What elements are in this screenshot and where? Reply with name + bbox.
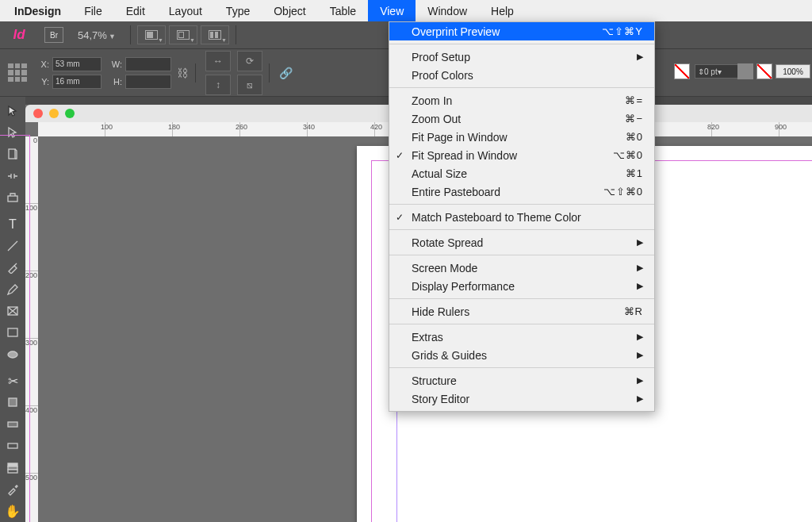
y-label: Y:	[36, 77, 49, 86]
constrain-link-icon[interactable]: ⛓	[174, 57, 190, 89]
menu-screen-mode[interactable]: Screen Mode ▶	[389, 259, 654, 277]
stroke-weight-value: 0 pt	[704, 67, 718, 76]
stroke-weight-input[interactable]: ⇕ 0 pt ▾	[695, 64, 741, 79]
menu-extras[interactable]: Extras ▶	[389, 328, 654, 346]
menu-type[interactable]: Type	[214, 0, 262, 21]
menu-fit-spread[interactable]: ✓ Fit Spread in Window ⌥⌘0	[389, 146, 654, 164]
menu-item-label: Proof Setup	[412, 51, 470, 63]
menu-shortcut: ⌘R	[624, 305, 643, 317]
menu-window[interactable]: Window	[416, 0, 479, 21]
separator	[195, 63, 196, 83]
menu-hide-rulers[interactable]: Hide Rulers ⌘R	[389, 302, 654, 320]
w-input[interactable]	[125, 57, 171, 71]
menu-grids-guides[interactable]: Grids & Guides ▶	[389, 346, 654, 364]
opacity-controls: 100%	[737, 48, 812, 95]
zoom-level[interactable]: 54,7%▼	[78, 29, 125, 41]
menu-item-label: Screen Mode	[412, 262, 477, 274]
rotate-button[interactable]: ⟳	[237, 51, 262, 71]
menu-rotate-spread[interactable]: Rotate Spread ▶	[389, 233, 654, 251]
menu-view[interactable]: View	[368, 0, 416, 21]
h-input[interactable]	[125, 75, 171, 89]
menu-separator	[389, 324, 654, 324]
menu-shortcut: ⌥⌘0	[613, 149, 643, 161]
bridge-button[interactable]: Br	[44, 27, 63, 43]
reference-point-icon[interactable]	[8, 63, 27, 83]
submenu-arrow-icon: ▶	[637, 52, 643, 62]
menu-separator	[389, 367, 654, 368]
menu-layout[interactable]: Layout	[157, 0, 214, 21]
menu-item-label: Overprint Preview	[412, 25, 500, 38]
bleed-guide	[0, 135, 30, 522]
menu-shortcut: ⌥⇧⌘0	[603, 186, 643, 198]
traffic-lights	[33, 105, 75, 122]
checkmark-icon: ✓	[396, 212, 404, 223]
view-menu-dropdown: Overprint Preview ⌥⇧⌘Y Proof Setup ▶ Pro…	[389, 21, 655, 412]
menu-proof-colors[interactable]: Proof Colors	[389, 66, 654, 84]
w-label: W:	[109, 59, 122, 69]
menu-zoom-in[interactable]: Zoom In ⌘=	[389, 91, 654, 109]
menu-shortcut: ⌘0	[626, 131, 643, 143]
menu-separator	[389, 298, 654, 299]
view-mode-2[interactable]: ▼	[169, 25, 197, 44]
effect-swatch[interactable]	[737, 63, 753, 79]
chevron-down-icon: ▼	[221, 37, 227, 43]
menu-help[interactable]: Help	[479, 0, 526, 21]
menu-proof-setup[interactable]: Proof Setup ▶	[389, 48, 654, 66]
menu-zoom-out[interactable]: Zoom Out ⌘−	[389, 109, 654, 128]
view-mode-3[interactable]: ▼	[201, 25, 229, 44]
menu-item-label: Hide Rulers	[412, 305, 469, 318]
view-mode-1[interactable]: ▼	[137, 25, 166, 44]
menu-object[interactable]: Object	[262, 0, 317, 21]
separator	[130, 25, 131, 44]
stroke-controls: ⇕ 0 pt ▾	[674, 48, 741, 95]
scale-x-button[interactable]: ↔	[205, 51, 231, 71]
menu-match-pasteboard[interactable]: ✓ Match Pasteboard to Theme Color	[389, 208, 654, 226]
scale-y-button[interactable]: ↕	[205, 75, 231, 95]
opacity-input[interactable]: 100%	[776, 64, 810, 79]
menu-separator	[389, 255, 654, 255]
separator	[269, 63, 270, 83]
shear-button[interactable]: ⧅	[237, 75, 262, 95]
menu-table[interactable]: Table	[318, 0, 368, 21]
menu-item-label: Proof Colors	[412, 69, 473, 82]
close-window-icon[interactable]	[33, 109, 43, 118]
submenu-arrow-icon: ▶	[637, 350, 643, 360]
menu-structure[interactable]: Structure ▶	[389, 371, 654, 390]
menu-item-label: Actual Size	[412, 167, 467, 180]
menu-item-label: Match Pasteboard to Theme Color	[412, 211, 581, 224]
fill-swatch[interactable]	[674, 63, 690, 79]
menu-entire-pasteboard[interactable]: Entire Pasteboard ⌥⇧⌘0	[389, 182, 654, 201]
menu-item-label: Display Performance	[412, 280, 515, 293]
selection-tool[interactable]	[2, 101, 24, 121]
ruler-tick: 900	[775, 123, 787, 131]
submenu-arrow-icon: ▶	[637, 237, 643, 248]
submenu-arrow-icon: ▶	[637, 332, 643, 342]
menu-story-editor[interactable]: Story Editor ▶	[389, 390, 654, 408]
link-icon[interactable]: 🔗	[278, 57, 293, 89]
submenu-arrow-icon: ▶	[637, 393, 643, 404]
menu-overprint-preview[interactable]: Overprint Preview ⌥⇧⌘Y	[389, 22, 654, 40]
app-menubar: InDesign File Edit Layout Type Object Ta…	[0, 0, 812, 21]
minimize-window-icon[interactable]	[49, 109, 59, 118]
menu-item-label: Zoom Out	[412, 113, 461, 125]
menu-edit[interactable]: Edit	[114, 0, 157, 21]
menu-item-label: Fit Page in Window	[412, 131, 508, 144]
menu-fit-page[interactable]: Fit Page in Window ⌘0	[389, 128, 654, 146]
effect-swatch-2[interactable]	[756, 63, 772, 79]
menu-item-label: Entire Pasteboard	[412, 186, 500, 198]
chevron-down-icon: ▼	[190, 37, 195, 43]
zoom-window-icon[interactable]	[65, 109, 75, 118]
separator	[236, 25, 236, 44]
menu-item-label: Fit Spread in Window	[412, 149, 517, 162]
menu-file[interactable]: File	[72, 0, 114, 21]
menu-item-label: Grids & Guides	[412, 349, 487, 362]
y-input[interactable]	[52, 75, 102, 89]
menu-display-performance[interactable]: Display Performance ▶	[389, 277, 654, 295]
app-name: InDesign	[3, 5, 72, 17]
menu-separator	[389, 204, 654, 205]
submenu-arrow-icon: ▶	[637, 263, 643, 273]
menu-shortcut: ⌥⇧⌘Y	[602, 25, 643, 37]
x-input[interactable]	[52, 57, 102, 71]
menu-actual-size[interactable]: Actual Size ⌘1	[389, 164, 654, 182]
menu-shortcut: ⌘−	[625, 113, 643, 125]
